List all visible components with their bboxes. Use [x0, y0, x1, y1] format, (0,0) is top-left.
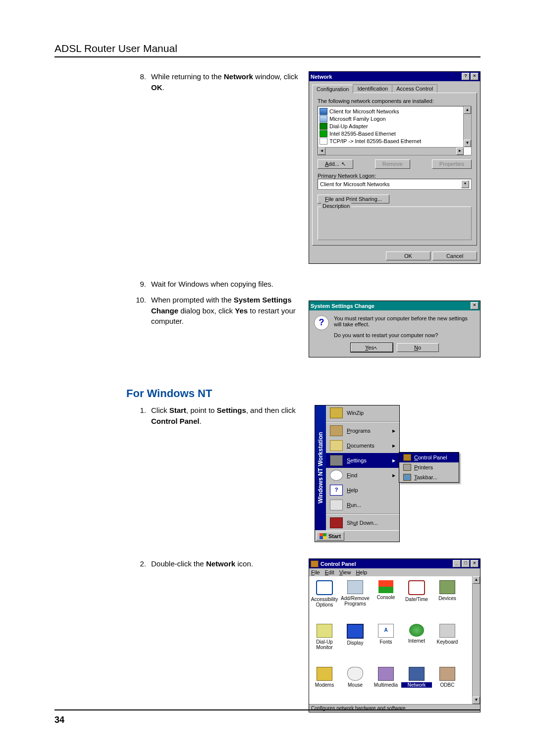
scroll-left-icon[interactable]: ◄ [318, 148, 325, 155]
installed-label: The following network components are ins… [318, 98, 472, 104]
menu-item-find[interactable]: Find▶ [326, 468, 399, 483]
dialup-icon [317, 624, 332, 638]
no-button[interactable]: No [397, 343, 439, 352]
dropdown-value: Client for Microsoft Networks [320, 181, 390, 187]
close-icon[interactable]: × [471, 73, 479, 80]
title-bar: Control Panel _ □ × [309, 559, 480, 568]
console-icon [378, 580, 393, 593]
list-item[interactable]: Microsoft Family Logon [320, 115, 470, 122]
footer-rule [54, 709, 481, 710]
client-icon [320, 115, 327, 122]
cp-icon-modems[interactable]: Modems [309, 667, 340, 700]
cp-icon-mouse[interactable]: Mouse [340, 667, 371, 700]
maximize-icon[interactable]: □ [462, 560, 470, 567]
cp-icon-datetime[interactable]: Date/Time [401, 580, 432, 620]
scrollbar-vertical[interactable]: ▲ ▼ [463, 106, 471, 147]
chevron-right-icon: ▶ [392, 458, 395, 463]
primary-logon-dropdown[interactable]: Client for Microsoft Networks ▼ [318, 179, 472, 190]
cancel-button[interactable]: Cancel [432, 252, 477, 260]
fonts-icon: A [378, 624, 394, 638]
help-icon[interactable]: ? [462, 73, 470, 80]
documents-icon [330, 440, 343, 451]
step-number: 8. [126, 71, 151, 93]
chevron-down-icon[interactable]: ▼ [461, 180, 469, 188]
printers-icon [403, 464, 411, 471]
system-settings-change-dialog: System Settings Change × ? You must rest… [309, 301, 481, 357]
primary-logon-label: Primary Network Logon: [318, 173, 472, 179]
components-listbox[interactable]: Client for Microsoft Networks Microsoft … [318, 106, 472, 155]
step-text: Wait for Windows when copying files. [151, 279, 309, 290]
list-item[interactable]: Dial-Up Adapter [320, 123, 470, 130]
start-button[interactable]: Start [316, 532, 344, 541]
list-item[interactable]: TCP/IP -> Intel 82595-Based Ethernet [320, 138, 470, 145]
scrollbar-horizontal[interactable]: ◄ ► [318, 147, 464, 155]
list-item[interactable]: Intel 82595-Based Ethernet [320, 130, 470, 137]
taskbar-icon [403, 474, 411, 481]
cp-icon-fonts[interactable]: AFonts [371, 624, 401, 662]
protocol-icon [320, 138, 327, 145]
cp-icon-display[interactable]: Display [340, 624, 371, 662]
start-menu-banner: Windows NT Workstation [315, 405, 326, 530]
submenu-item-taskbar[interactable]: Taskbar... [399, 472, 459, 482]
description-label: Description [321, 203, 351, 209]
ok-button[interactable]: OK [386, 252, 430, 260]
cp-icon-internet[interactable]: Internet [401, 624, 432, 662]
cp-icon-network[interactable]: Network [401, 667, 432, 700]
devices-icon [439, 580, 455, 594]
yes-button[interactable]: Yes↖ [351, 343, 393, 352]
cp-icon-devices[interactable]: Devices [432, 580, 463, 620]
cp-icon-dialup[interactable]: Dial-Up Monitor [309, 624, 340, 662]
step-number: 9. [126, 279, 151, 290]
settings-icon [330, 455, 343, 466]
menu-item-documents[interactable]: Documents▶ [326, 438, 399, 453]
step-text: Click Start, point to Settings, and then… [151, 405, 315, 427]
tab-access-control[interactable]: Access Control [392, 84, 437, 93]
menu-item-programs[interactable]: Programs▶ [326, 423, 399, 438]
menu-item-run[interactable]: Run... [326, 498, 399, 512]
client-icon [320, 108, 327, 115]
step-nt-1: 1. Click Start, point to Settings, and t… [126, 405, 315, 427]
menu-help[interactable]: Help [356, 569, 367, 575]
menu-file[interactable]: File [311, 569, 320, 575]
menu-item-shutdown[interactable]: Shut Down... [326, 515, 399, 530]
find-icon [330, 470, 343, 481]
tab-identification[interactable]: Identification [353, 84, 392, 93]
internet-icon [409, 624, 424, 637]
menu-edit[interactable]: Edit [325, 569, 334, 575]
list-item[interactable]: Client for Microsoft Networks [320, 108, 470, 115]
winzip-icon [330, 407, 343, 418]
menu-view[interactable]: View [339, 569, 351, 575]
odbc-icon [439, 667, 455, 681]
network-icon [409, 667, 425, 681]
cp-icon-add-remove[interactable]: Add/Remove Programs [340, 580, 371, 620]
scroll-down-icon[interactable]: ▼ [473, 697, 480, 704]
add-remove-icon [347, 580, 363, 594]
close-icon[interactable]: × [471, 302, 479, 309]
scroll-down-icon[interactable]: ▼ [464, 140, 471, 147]
properties-button: Properties [432, 159, 472, 169]
submenu-item-control-panel[interactable]: Control Panel [399, 453, 459, 462]
menu-item-winzip[interactable]: WinZip [326, 405, 399, 420]
scrollbar-vertical[interactable]: ▲ ▼ [472, 576, 480, 704]
cp-icon-multimedia[interactable]: Multimedia [371, 667, 401, 700]
message-text: Do you want to restart your computer now… [334, 332, 475, 338]
cp-icon-accessibility[interactable]: Accessibility Options [309, 580, 340, 620]
step-number: 1. [126, 405, 151, 427]
close-icon[interactable]: × [471, 560, 479, 567]
add-button[interactable]: AAdd...dd...↖ [318, 159, 353, 169]
tab-configuration[interactable]: Configuration [312, 85, 353, 93]
step-nt-2: 2. Double-click the Network icon. [126, 558, 309, 569]
file-print-sharing-button[interactable]: File and Print Sharing... [318, 195, 389, 203]
menu-item-settings[interactable]: Settings▶ [326, 453, 399, 468]
menu-item-help[interactable]: ?Help [326, 483, 399, 498]
cp-icon-console[interactable]: Console [371, 580, 401, 620]
scroll-up-icon[interactable]: ▲ [473, 576, 480, 584]
modems-icon [317, 667, 332, 681]
cp-icon-keyboard[interactable]: Keyboard [432, 624, 463, 662]
control-panel-icon [403, 454, 411, 461]
minimize-icon[interactable]: _ [453, 560, 461, 567]
scroll-up-icon[interactable]: ▲ [464, 106, 471, 114]
scroll-right-icon[interactable]: ► [456, 148, 464, 155]
cp-icon-odbc[interactable]: ODBC [432, 667, 463, 700]
submenu-item-printers[interactable]: Printers [399, 462, 459, 472]
